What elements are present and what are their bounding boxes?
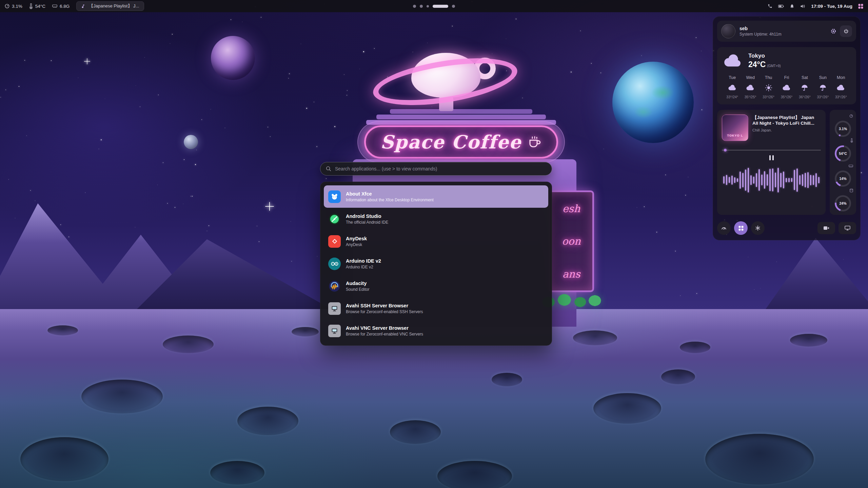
panel-quick-actions (717, 220, 856, 236)
result-text: Avahi SSH Server Browser Browse for Zero… (346, 303, 423, 314)
theme-button[interactable] (751, 221, 765, 235)
volume-icon[interactable] (800, 4, 805, 8)
forecast-day: Sat 36°/26° (796, 75, 814, 99)
performance-button[interactable] (717, 221, 731, 235)
now-playing-button[interactable]: 【Japanese Playlist】 J... (76, 1, 144, 11)
pause-button[interactable] (722, 155, 821, 160)
launcher-result-avahi-ssh[interactable]: Avahi SSH Server Browser Browse for Zero… (324, 297, 548, 320)
memory-value: 6.8G (60, 4, 70, 9)
stat-disk: 24% (832, 188, 854, 211)
launcher-result-avahi-vnc[interactable]: Avahi VNC Server Browser Browse for Zero… (324, 320, 548, 342)
cloud-icon (777, 83, 795, 93)
stat-cpu: 3.1% (832, 113, 854, 137)
workspace-dot-5[interactable] (452, 5, 455, 8)
notifications-bell-icon[interactable] (790, 4, 794, 8)
cpu-value: 3.1% (12, 4, 22, 9)
disk-gauge: 24% (835, 195, 851, 211)
result-text: About Xfce Information about the Xfce De… (346, 191, 434, 202)
neon-coffee-cup-icon (528, 135, 542, 149)
weather-temp: 24°C(GMT+9) (748, 60, 781, 69)
result-description: Information about the Xfce Desktop Envir… (346, 198, 434, 202)
audacity-icon (328, 280, 341, 292)
dock-left-group (717, 221, 765, 235)
topbar-right: 17:09 - Tue, 19 Aug (768, 4, 863, 9)
window-neon-text: oon (562, 235, 580, 247)
power-button[interactable] (840, 25, 852, 37)
screen-record-button[interactable] (817, 222, 835, 234)
small-moon (184, 135, 198, 149)
result-text: Android Studio The official Android IDE (346, 214, 388, 225)
weather-current: Tokyo 24°C(GMT+9) (723, 53, 850, 69)
phone-icon[interactable] (768, 4, 772, 8)
username: seb (739, 26, 782, 31)
desktop: esh oon ans Space Coffee 3.1% 54°C (0, 0, 868, 488)
topbar: 3.1% 54°C 6.8G 【Japanese Playlist】 J... (0, 0, 868, 12)
system-stats-column: 3.1% 54°C 14% 24% (830, 110, 856, 215)
memory-indicator: 6.8G (52, 4, 70, 9)
result-text: Arduino IDE v2 Arduino IDE v2 (346, 258, 381, 269)
forecast-day: Sun 33°/26° (814, 75, 832, 99)
media-text: 【Japanese Playlist】 Japan All Night - To… (752, 115, 821, 141)
result-name: Arduino IDE v2 (346, 258, 381, 264)
workspace-dot-2[interactable] (420, 5, 423, 8)
result-description: Arduino IDE v2 (346, 265, 381, 269)
temperature-indicator: 54°C (29, 3, 45, 9)
playback-progress[interactable] (722, 148, 821, 152)
widget-panel: seb System Uptime: 4h11m Tokyo 24°C(GMT+… (713, 16, 861, 240)
workspace-dot-1[interactable] (413, 5, 416, 8)
result-text: AnyDesk AnyDesk (346, 236, 367, 247)
launcher-result-android-studio[interactable]: Android Studio The official Android IDE (324, 208, 548, 230)
launcher-result-audacity[interactable]: Audacity Sound Editor (324, 275, 548, 297)
settings-gear-button[interactable] (830, 28, 836, 34)
purple-planet (211, 36, 255, 80)
app-grid-icon[interactable] (858, 4, 863, 9)
battery-icon[interactable] (778, 4, 784, 8)
cafe-window: esh oon ans (549, 190, 594, 292)
weather-forecast: Tue 33°/24° Wed 35°/25° Thu 33°/26° Fri (723, 75, 850, 99)
result-name: Android Studio (346, 214, 388, 219)
result-description: Sound Editor (346, 287, 369, 292)
progress-track (722, 150, 821, 150)
launcher-result-about-xfce[interactable]: About Xfce Information about the Xfce De… (324, 185, 548, 208)
cpu-indicator: 3.1% (5, 4, 22, 9)
apps-button[interactable] (734, 221, 748, 235)
cloud-icon (741, 83, 759, 93)
progress-knob[interactable] (724, 149, 727, 151)
launcher-result-anydesk[interactable]: AnyDesk AnyDesk (324, 230, 548, 252)
topbar-left: 3.1% 54°C 6.8G 【Japanese Playlist】 J... (5, 1, 144, 11)
profile-actions (830, 25, 852, 37)
weather-city: Tokyo (748, 53, 781, 59)
result-description: The official Android IDE (346, 220, 388, 225)
sparkle-star (84, 58, 90, 64)
anydesk-icon (328, 235, 341, 248)
ram-icon (849, 163, 853, 169)
clock[interactable]: 17:09 - Tue, 19 Aug (811, 4, 852, 9)
window-neon-text: ans (563, 268, 580, 280)
stat-memory: 14% (832, 163, 854, 187)
music-note-icon (81, 4, 86, 8)
workspace-dot-3[interactable] (427, 5, 429, 7)
window-neon-text: esh (563, 203, 580, 215)
sign-step (376, 115, 546, 119)
system-uptime: System Uptime: 4h11m (739, 32, 782, 37)
stat-temperature: 54°C (832, 138, 854, 162)
ram-icon (52, 4, 57, 8)
disk-icon (850, 188, 853, 194)
thermometer-icon (29, 3, 33, 9)
weather-card: Tokyo 24°C(GMT+9) Tue 33°/24° Wed 35°/25… (717, 47, 856, 104)
result-description: AnyDesk (346, 242, 367, 247)
speedometer-icon (721, 225, 727, 231)
search-input[interactable] (335, 166, 546, 171)
screenshot-button[interactable] (839, 222, 856, 234)
workspace-dot-4-active[interactable] (433, 5, 448, 8)
forecast-day: Fri 35°/26° (777, 75, 795, 99)
forecast-day: Tue 33°/24° (723, 75, 741, 99)
result-name: Avahi VNC Server Browser (346, 325, 423, 331)
launcher-result-arduino[interactable]: Arduino IDE v2 Arduino IDE v2 (324, 252, 548, 275)
apps-grid-icon (738, 226, 744, 231)
monitor-icon (328, 302, 341, 315)
profile-card: seb System Uptime: 4h11m (717, 21, 856, 42)
monitor-icon (328, 325, 341, 337)
result-name: AnyDesk (346, 236, 367, 241)
waveform (722, 163, 821, 197)
